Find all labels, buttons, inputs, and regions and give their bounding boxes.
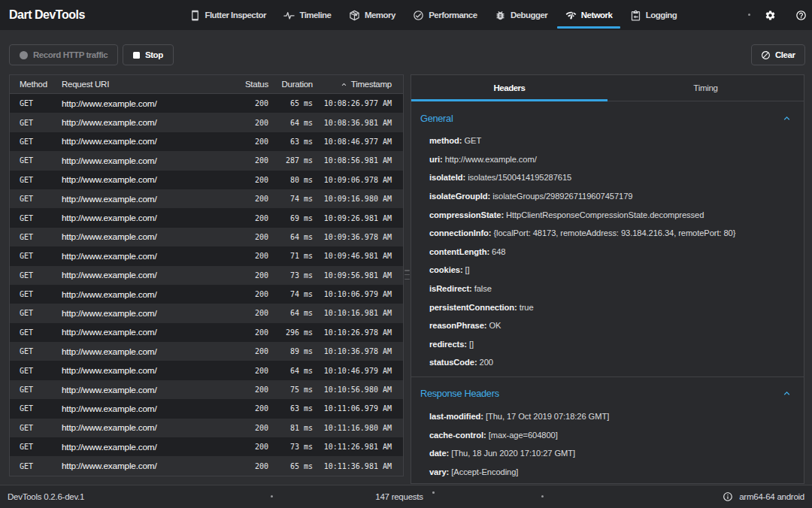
- entry-value: GET: [464, 136, 481, 145]
- main-tab[interactable]: Performance: [405, 0, 485, 30]
- main-tab[interactable]: Timeline: [276, 0, 339, 30]
- package-icon: [350, 11, 359, 20]
- header-entry: contentLength: 648: [411, 243, 804, 262]
- cell-timestamp: 10:11:16.980 AM: [313, 424, 392, 432]
- cell-method: GET: [20, 290, 62, 298]
- app-title: Dart DevTools: [9, 0, 85, 30]
- request-row[interactable]: GET http://www.example.com/ 200 80 ms 10…: [10, 171, 403, 189]
- tab-timing[interactable]: Timing: [607, 75, 804, 101]
- cell-request-uri: http://www.example.com/: [62, 194, 231, 204]
- statusbar-separator-dot: [541, 495, 544, 497]
- request-row[interactable]: GET http://www.example.com/ 200 64 ms 10…: [10, 228, 403, 246]
- cell-status: 200: [231, 347, 268, 355]
- cell-duration: 71 ms: [268, 252, 313, 260]
- request-row[interactable]: GET http://www.example.com/ 200 69 ms 10…: [10, 208, 403, 227]
- entry-key: vary:: [429, 467, 451, 476]
- request-row[interactable]: GET http://www.example.com/ 200 64 ms 10…: [10, 361, 403, 379]
- request-row[interactable]: GET http://www.example.com/ 200 74 ms 10…: [10, 189, 403, 208]
- main-tab[interactable]: Memory: [341, 0, 403, 30]
- entry-value: {localPort: 48173, remoteAddress: 93.184…: [493, 228, 735, 237]
- request-row[interactable]: GET http://www.example.com/ 200 71 ms 10…: [10, 246, 403, 265]
- entry-value: false: [474, 284, 492, 293]
- cell-status: 200: [231, 195, 268, 203]
- entry-key: last-modified:: [429, 412, 486, 421]
- response-headers-section-header[interactable]: Response Headers: [411, 385, 804, 403]
- request-row[interactable]: GET http://www.example.com/ 200 63 ms 10…: [10, 132, 403, 151]
- header-entry: vary: [Accept-Encoding]: [411, 463, 804, 482]
- tab-icon: [283, 10, 295, 21]
- cell-status: 200: [231, 119, 268, 127]
- request-row[interactable]: GET http://www.example.com/ 200 73 ms 10…: [10, 266, 403, 285]
- request-row[interactable]: GET http://www.example.com/ 200 296 ms 1…: [10, 323, 403, 342]
- cell-status: 200: [231, 271, 268, 280]
- record-http-traffic-button[interactable]: Record HTTP traffic: [9, 44, 118, 65]
- settings-gear-icon[interactable]: [765, 10, 776, 21]
- requests-count: 147 requests: [0, 485, 798, 508]
- main-tab[interactable]: Debugger: [487, 0, 556, 30]
- device-info-label: arm64-64 android: [739, 492, 804, 501]
- request-row[interactable]: GET http://www.example.com/ 200 89 ms 10…: [10, 342, 403, 361]
- entry-value: [max-age=604800]: [489, 431, 558, 440]
- cell-method: GET: [20, 119, 62, 127]
- sort-ascending-icon: [340, 80, 348, 89]
- tab-icon: [565, 10, 577, 21]
- clipboard-icon: [632, 10, 640, 20]
- cell-duration: 64 ms: [268, 233, 313, 241]
- request-row[interactable]: GET http://www.example.com/ 200 65 ms 10…: [10, 456, 403, 475]
- request-row[interactable]: GET http://www.example.com/ 200 74 ms 10…: [10, 285, 403, 304]
- clear-block-icon: [761, 50, 771, 60]
- column-header-duration[interactable]: Duration: [268, 80, 313, 89]
- main-tab[interactable]: Logging: [622, 0, 685, 30]
- request-row[interactable]: GET http://www.example.com/ 200 63 ms 10…: [10, 399, 403, 418]
- request-row[interactable]: GET http://www.example.com/ 200 287 ms 1…: [10, 151, 403, 170]
- cell-status: 200: [231, 252, 268, 260]
- pulse-icon: [284, 12, 294, 18]
- cell-request-uri: http://www.example.com/: [62, 174, 231, 185]
- cell-timestamp: 10:09:56.981 AM: [313, 271, 392, 280]
- cell-status: 200: [231, 404, 268, 413]
- cell-request-uri: http://www.example.com/: [62, 213, 231, 223]
- request-row[interactable]: GET http://www.example.com/ 200 81 ms 10…: [10, 419, 403, 437]
- request-row[interactable]: GET http://www.example.com/ 200 64 ms 10…: [10, 304, 403, 322]
- header-entry: last-modified: [Thu, 17 Oct 2019 07:18:2…: [411, 407, 804, 426]
- cell-status: 200: [231, 138, 268, 146]
- device-info: arm64-64 android: [723, 485, 804, 508]
- main-tab[interactable]: Flutter Inspector: [181, 0, 274, 30]
- column-header-request-uri[interactable]: Request URI: [62, 80, 231, 89]
- column-header-timestamp[interactable]: Timestamp: [313, 80, 392, 89]
- collapse-chevron-up-icon[interactable]: [781, 113, 792, 124]
- request-row[interactable]: GET http://www.example.com/ 200 73 ms 10…: [10, 437, 403, 456]
- cell-method: GET: [20, 347, 62, 355]
- cell-status: 200: [231, 290, 268, 298]
- tab-label: Logging: [646, 11, 677, 20]
- entry-value: 648: [492, 247, 505, 256]
- request-row[interactable]: GET http://www.example.com/ 200 75 ms 10…: [10, 380, 403, 399]
- entry-value: isolates/1500414195287615: [468, 173, 571, 182]
- column-header-status[interactable]: Status: [231, 80, 268, 89]
- split-divider-handle[interactable]: [404, 270, 410, 280]
- tab-headers[interactable]: Headers: [411, 75, 607, 101]
- cell-duration: 64 ms: [268, 367, 313, 375]
- entry-value: HttpClientResponseCompressionState.decom…: [506, 210, 704, 219]
- cell-method: GET: [20, 443, 62, 451]
- cell-method: GET: [20, 309, 62, 317]
- request-row[interactable]: GET http://www.example.com/ 200 65 ms 10…: [10, 94, 403, 113]
- info-icon[interactable]: [723, 491, 733, 502]
- help-icon[interactable]: [795, 10, 807, 21]
- header-entry: isRedirect: false: [411, 280, 804, 298]
- cell-request-uri: http://www.example.com/: [62, 270, 231, 280]
- entry-value: true: [520, 303, 534, 312]
- general-section-header[interactable]: General: [411, 109, 804, 127]
- cell-timestamp: 10:10:26.978 AM: [313, 328, 392, 337]
- request-details-panel: Headers Timing General method: GET uri: …: [411, 74, 804, 484]
- column-header-method[interactable]: Method: [20, 80, 62, 89]
- collapse-chevron-up-icon[interactable]: [781, 388, 792, 399]
- header-entry: compressionState: HttpClientResponseComp…: [411, 205, 804, 224]
- clear-button[interactable]: Clear: [751, 44, 805, 65]
- main-tab[interactable]: Network: [557, 0, 620, 30]
- cell-duration: 69 ms: [268, 214, 313, 222]
- tab-label: Memory: [365, 11, 395, 20]
- stop-button[interactable]: Stop: [123, 44, 174, 65]
- cell-request-uri: http://www.example.com/: [62, 289, 231, 300]
- request-row[interactable]: GET http://www.example.com/ 200 64 ms 10…: [10, 113, 403, 132]
